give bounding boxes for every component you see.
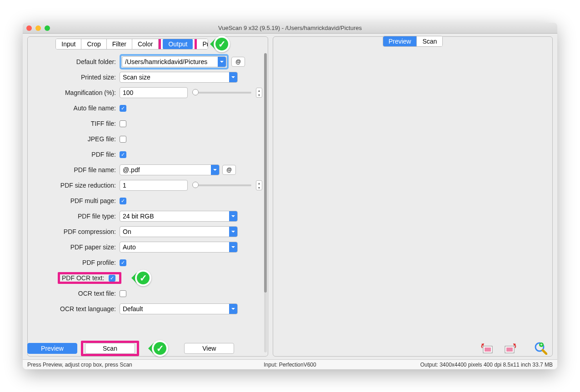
rotate-left-icon[interactable] xyxy=(480,342,495,355)
left-tabs: Input Crop Filter Color Output Prefs xyxy=(55,39,208,50)
preview-button[interactable]: Preview xyxy=(27,343,77,354)
ocr-text-language-select[interactable]: Default xyxy=(120,303,238,314)
label-pdf-paper-size: PDF paper size: xyxy=(30,243,117,251)
label-pdf-profile: PDF profile: xyxy=(30,259,117,266)
scan-button[interactable]: Scan xyxy=(85,343,135,354)
label-ocr-text-file: OCR text file: xyxy=(30,290,117,297)
pdf-file-type-select[interactable]: 24 bit RGB xyxy=(120,211,238,222)
tab-crop[interactable]: Crop xyxy=(81,39,106,49)
traffic-lights xyxy=(26,25,50,31)
pdf-file-checkbox[interactable] xyxy=(120,151,126,158)
default-folder-select[interactable]: /Users/hamrickdavid/Pictures xyxy=(122,56,226,67)
status-bar: Press Preview, adjust crop box, press Sc… xyxy=(23,359,557,369)
chevron-down-icon xyxy=(229,242,237,252)
status-mid: Input: PerfectionV600 xyxy=(23,362,557,368)
label-pdf-multi-page: PDF multi page: xyxy=(30,197,117,204)
close-icon[interactable] xyxy=(26,25,32,31)
printed-size-select[interactable]: Scan size xyxy=(120,72,238,83)
chevron-down-icon xyxy=(229,72,237,82)
zoom-in-icon[interactable]: + xyxy=(534,342,548,355)
pdf-size-reduction-stepper[interactable]: ▲▼ xyxy=(256,180,262,190)
pdf-multi-page-checkbox[interactable] xyxy=(120,198,126,204)
magnification-stepper[interactable]: ▲▼ xyxy=(256,88,262,98)
svg-rect-2 xyxy=(485,347,491,352)
settings-form: Default folder: /Users/hamrickdavid/Pict… xyxy=(30,54,265,353)
marker-2: ✓ 2 xyxy=(126,270,161,286)
settings-panel: Input Crop Filter Color Output Prefs ✓ 1 xyxy=(27,36,268,357)
tab-input[interactable]: Input xyxy=(56,39,81,49)
magnification-slider[interactable] xyxy=(192,92,251,94)
titlebar: VueScan 9 x32 (9.5.19) - /Users/hamrickd… xyxy=(23,23,557,34)
label-magnification: Magnification (%): xyxy=(30,89,117,96)
label-auto-file-name: Auto file name: xyxy=(30,104,117,112)
rotate-right-icon[interactable] xyxy=(503,342,517,355)
label-default-folder: Default folder: xyxy=(30,58,117,65)
right-tabs: Preview Scan xyxy=(383,36,443,47)
label-pdf-file: PDF file: xyxy=(30,151,117,158)
label-pdf-file-name: PDF file name: xyxy=(30,166,117,174)
label-printed-size: Printed size: xyxy=(30,74,117,81)
highlight-output-tab: Output xyxy=(159,39,197,50)
svg-text:+: + xyxy=(540,342,542,347)
magnification-input[interactable] xyxy=(120,87,188,98)
pdf-profile-checkbox[interactable] xyxy=(120,259,126,266)
jpeg-checkbox[interactable] xyxy=(120,136,126,143)
tool-icons: + xyxy=(480,342,548,355)
label-pdf-compression: PDF compression: xyxy=(30,228,117,235)
pdf-paper-size-select[interactable]: Auto xyxy=(120,242,238,253)
footer-buttons: Preview Scan ✓ 3 View xyxy=(27,340,553,357)
window-title: VueScan 9 x32 (9.5.19) - /Users/hamrickd… xyxy=(23,25,557,31)
at-button-folder[interactable]: @ xyxy=(231,57,245,67)
chevron-down-icon xyxy=(229,304,237,314)
tab-output[interactable]: Output xyxy=(163,39,193,49)
chevron-down-icon xyxy=(229,211,237,221)
tab-scan[interactable]: Scan xyxy=(417,36,442,46)
tab-color[interactable]: Color xyxy=(132,39,159,49)
zoom-icon[interactable] xyxy=(45,25,50,31)
minimize-icon[interactable] xyxy=(35,25,41,31)
label-pdf-ocr-text: PDF OCR text: xyxy=(62,274,107,282)
marker-3: ✓ 3 xyxy=(143,340,178,357)
svg-rect-5 xyxy=(506,347,513,352)
highlight-scan-button: Scan xyxy=(81,341,139,356)
label-pdf-size-reduction: PDF size reduction: xyxy=(30,182,117,189)
tab-preview[interactable]: Preview xyxy=(383,36,417,46)
at-button-pdf[interactable]: @ xyxy=(222,165,236,175)
tiff-checkbox[interactable] xyxy=(120,120,126,127)
pdf-size-reduction-input[interactable] xyxy=(120,180,188,191)
label-ocr-text-language: OCR text language: xyxy=(30,305,117,313)
marker-1: ✓ 1 xyxy=(205,36,240,52)
tab-filter[interactable]: Filter xyxy=(107,39,132,49)
window: VueScan 9 x32 (9.5.19) - /Users/hamrickd… xyxy=(23,23,557,369)
auto-file-name-checkbox[interactable] xyxy=(120,105,126,112)
label-pdf-file-type: PDF file type: xyxy=(30,213,117,220)
body: Input Crop Filter Color Output Prefs ✓ 1 xyxy=(23,34,557,359)
scrollbar[interactable] xyxy=(264,53,267,352)
label-tiff: TIFF file: xyxy=(30,120,117,127)
pdf-ocr-text-checkbox[interactable] xyxy=(109,275,115,282)
chevron-down-icon xyxy=(211,165,219,175)
pdf-compression-select[interactable]: On xyxy=(120,226,238,237)
chevron-down-icon xyxy=(229,227,237,237)
svg-line-7 xyxy=(543,350,546,354)
preview-panel: Preview Scan xyxy=(273,36,553,357)
chevron-down-icon xyxy=(218,57,226,67)
ocr-text-file-checkbox[interactable] xyxy=(120,290,126,297)
pdf-size-reduction-slider[interactable] xyxy=(192,184,251,186)
view-button[interactable]: View xyxy=(184,343,234,354)
label-jpeg: JPEG file: xyxy=(30,135,117,143)
highlight-pdf-ocr: PDF OCR text: xyxy=(58,272,121,284)
pdf-file-name-combo[interactable]: @.pdf xyxy=(120,164,220,175)
